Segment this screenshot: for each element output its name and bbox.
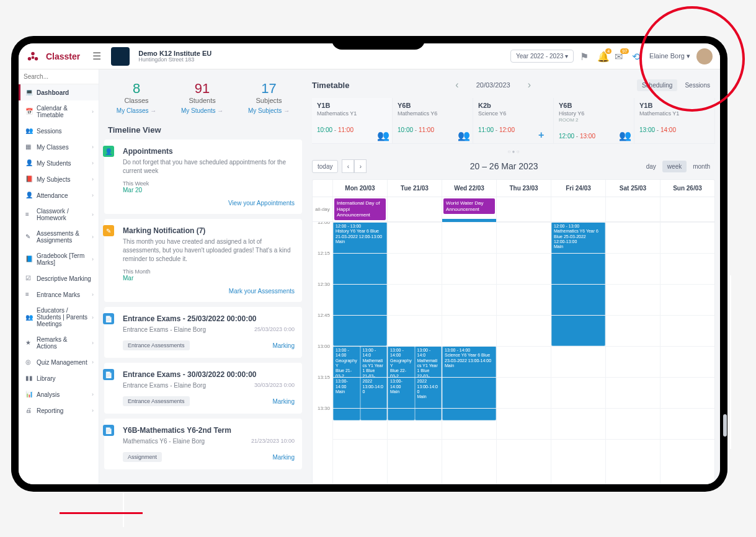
- calendar-event[interactable]: 13:00 - 14:0Mathematics Y1 Year1 Blue21-…: [360, 346, 388, 420]
- tt-next-icon[interactable]: ›: [523, 77, 536, 93]
- allday-event[interactable]: International Day of Happi Announcement: [334, 198, 386, 220]
- card-action-link[interactable]: View your Appointments: [228, 200, 295, 206]
- teams-icon[interactable]: 👥: [458, 130, 468, 140]
- class-card[interactable]: K2bScience Y611:00 - 12:00+: [473, 98, 554, 143]
- sidebar-item-calendar-timetable[interactable]: 📅Calendar & Timetable›: [19, 100, 99, 123]
- timeline-header: Timeline View: [104, 119, 302, 140]
- cal-column: [660, 222, 714, 484]
- nav-label: Quiz Management: [37, 359, 87, 366]
- tt-prev-icon[interactable]: ‹: [450, 77, 463, 93]
- tt-tab-scheduling[interactable]: Scheduling: [637, 79, 677, 91]
- tablet-notch: [332, 36, 425, 50]
- bell-icon[interactable]: 🔔4: [597, 51, 608, 62]
- sidebar-item-assessments-assignments[interactable]: ✎Assessments & Assignments›: [19, 226, 99, 248]
- time-label: 13:15: [318, 374, 330, 379]
- timetable-classes: Y1BMathematics Y110:00 - 11:00👥Y6BMathem…: [312, 98, 715, 144]
- card-action-link[interactable]: Marking: [272, 454, 295, 461]
- cal-day-header: Thu 23/03: [496, 180, 551, 197]
- card-action-link[interactable]: Mark your Assessments: [229, 288, 295, 295]
- timetable-title: Timetable: [312, 81, 349, 90]
- chevron-right-icon: ›: [92, 144, 94, 150]
- allday-event[interactable]: World Water Day Announcement: [443, 198, 495, 214]
- sidebar-item-classwork-homework[interactable]: ≡Classwork / Homework›: [19, 203, 99, 226]
- card-desc: Do not forget that you have scheduled ap…: [123, 158, 295, 175]
- cal-day-header: Sat 25/03: [605, 180, 660, 197]
- cal-prev-button[interactable]: ‹: [342, 159, 354, 173]
- teams-icon[interactable]: 👥: [377, 130, 387, 140]
- annotation-line: [123, 490, 124, 527]
- sidebar-item-sessions[interactable]: 👥Sessions: [19, 123, 99, 139]
- calendar-body[interactable]: 12:0012:1512:3012:4513:0013:1513:30 12:0…: [313, 222, 714, 484]
- nav-icon: ≡: [25, 291, 33, 298]
- view-tab-month[interactable]: month: [688, 161, 715, 172]
- avatar[interactable]: [696, 48, 713, 64]
- stat-link[interactable]: My Students →: [181, 107, 223, 114]
- carousel-dots[interactable]: ○ ● ○: [312, 148, 715, 156]
- search-input[interactable]: [19, 69, 99, 84]
- calendar-event[interactable]: 13:00 - 14:00Geography YBlue 21-03-213:0…: [333, 346, 360, 420]
- flag-icon[interactable]: ⚑: [580, 51, 591, 62]
- calendar-event[interactable]: 13:00 - 14:0Mathematics Y1 Year1 Blue22-…: [415, 346, 442, 420]
- nav-icon: ≡: [25, 211, 33, 218]
- cal-next-button[interactable]: ›: [354, 159, 367, 173]
- sync-icon[interactable]: ⟲: [632, 51, 643, 62]
- chevron-right-icon: ›: [92, 407, 94, 414]
- calendar-event[interactable]: 13:00 - 14:00Science Y6 Year 6 Blue23-03…: [442, 346, 496, 420]
- today-button[interactable]: today: [312, 160, 338, 173]
- view-tab-day[interactable]: day: [641, 161, 661, 172]
- sidebar-item-analysis[interactable]: 📊Analysis›: [19, 386, 99, 402]
- class-name: Y6B: [559, 102, 629, 109]
- card-action-link[interactable]: Marking: [272, 398, 295, 405]
- card-date: 25/03/2023 0:00: [254, 326, 295, 334]
- teams-icon[interactable]: 👥: [619, 130, 629, 140]
- cal-column: [496, 222, 551, 484]
- class-card[interactable]: Y1BMathematics Y113:00 - 14:00: [634, 98, 715, 143]
- stat-link[interactable]: My Subjects →: [248, 107, 290, 114]
- svg-point-3: [32, 56, 35, 59]
- tt-tab-sessions[interactable]: Sessions: [680, 79, 715, 91]
- sidebar-item-my-classes[interactable]: ▦My Classes›: [19, 139, 99, 155]
- class-card[interactable]: Y6BHistory Y6ROOM 212:00 - 13:00👥: [554, 98, 634, 143]
- sidebar-item-remarks-actions[interactable]: ★Remarks & Actions›: [19, 332, 99, 354]
- institute-info: Demo K12 Institute EU Huntingdon Street …: [138, 50, 211, 63]
- class-card[interactable]: Y6BMathematics Y610:00 - 11:00👥: [393, 98, 473, 143]
- chevron-right-icon: ›: [92, 359, 94, 365]
- nav-label: My Subjects: [37, 176, 70, 183]
- sidebar-item-my-students[interactable]: 👤My Students›: [19, 155, 99, 171]
- institute-name: Demo K12 Institute EU: [138, 50, 211, 57]
- sidebar-item-my-subjects[interactable]: 📕My Subjects›: [19, 171, 99, 187]
- nav-label: Descriptive Marking: [37, 275, 91, 282]
- view-tab-week[interactable]: week: [662, 161, 687, 172]
- nav-icon: ◎: [25, 358, 33, 366]
- chevron-right-icon: ›: [92, 192, 94, 198]
- user-name[interactable]: Elaine Borg ▾: [649, 52, 690, 60]
- card-title: Entrance Exams - 25/03/2022 00:00:00: [123, 314, 295, 323]
- chevron-right-icon: ›: [92, 391, 94, 397]
- sidebar-item-reporting[interactable]: 🖨Reporting›: [19, 402, 99, 419]
- nav-label: Educators / Students | Parents Meetings: [37, 307, 88, 327]
- institute-badge[interactable]: [111, 47, 130, 66]
- year-selector[interactable]: Year 2022 - 2023 ▾: [510, 50, 574, 63]
- stat-link[interactable]: My Classes →: [117, 107, 156, 114]
- sidebar-item-descriptive-marking[interactable]: ☑Descriptive Marking: [19, 270, 99, 286]
- mail-icon[interactable]: ✉97: [615, 51, 626, 62]
- hamburger-icon[interactable]: ☰: [92, 50, 101, 62]
- sidebar-item-quiz-management[interactable]: ◎Quiz Management›: [19, 354, 99, 370]
- nav-icon: 📅: [25, 108, 33, 115]
- tablet-frame: Classter ☰ Demo K12 Institute EU Hunting…: [11, 36, 727, 492]
- card-action-link[interactable]: Marking: [272, 342, 295, 349]
- sidebar-item-entrance-marks[interactable]: ≡Entrance Marks›: [19, 286, 99, 303]
- time-label: 12:00: [318, 222, 330, 225]
- sidebar-item-gradebook-term-marks-[interactable]: 📘Gradebook [Term Marks]›: [19, 248, 99, 270]
- sidebar-item-attendance[interactable]: 👤Attendance›: [19, 187, 99, 203]
- sidebar-item-library[interactable]: ▮▮Library: [19, 370, 99, 386]
- sidebar-item-educators-students-parents-meetings[interactable]: 👥Educators / Students | Parents Meetings…: [19, 303, 99, 332]
- cal-day-header: Fri 24/03: [551, 180, 605, 197]
- calendar-event[interactable]: 13:00 - 14:00Geography YBlue 22-03-213:0…: [388, 346, 415, 420]
- class-card[interactable]: Y1BMathematics Y110:00 - 11:00👥: [312, 98, 393, 143]
- class-name: Y1B: [317, 102, 387, 109]
- card-desc: This month you have created and assigned…: [123, 237, 295, 264]
- mail-badge: 97: [620, 48, 629, 54]
- plus-icon[interactable]: +: [538, 130, 548, 140]
- sidebar-item-dashboard[interactable]: 💻Dashboard: [19, 84, 99, 100]
